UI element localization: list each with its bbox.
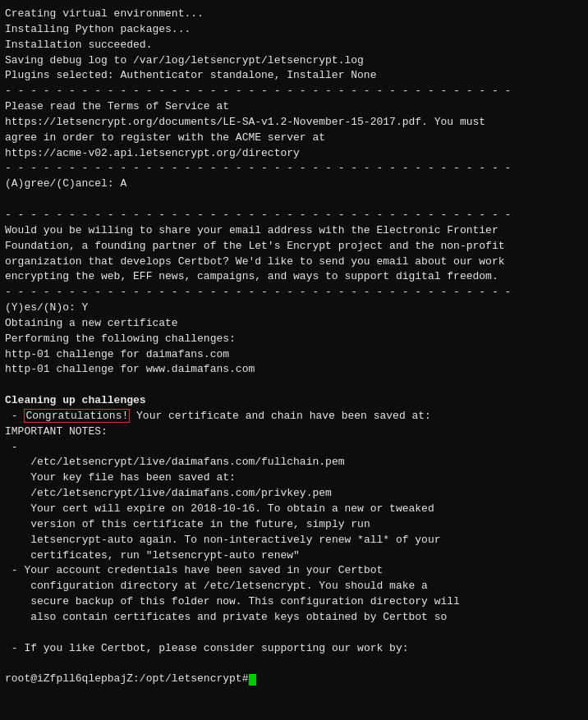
output-line-18: http-01 challenge for daimafans.com xyxy=(5,347,583,363)
prompt-text: root@iZfpll6qlepbajZ:/opt/letsencrypt# xyxy=(5,672,248,687)
output-line-16: Obtaining a new certificate xyxy=(5,316,583,332)
output-line-17: Performing the following challenges: xyxy=(5,332,583,347)
separator-1: - - - - - - - - - - - - - - - - - - - - … xyxy=(5,84,583,99)
output-line-13: organization that develops Certbot? We'd… xyxy=(5,255,583,270)
output-line-secure-backup: - Your account credentials have been sav… xyxy=(5,563,583,579)
output-line-keyfile-label: - xyxy=(5,440,583,456)
output-line-10: (A)gree/(C)ancel: A xyxy=(5,177,583,192)
output-line-version: /etc/letsencrypt/live/daimafans.com/priv… xyxy=(5,486,583,502)
prompt-line[interactable]: root@iZfpll6qlepbajZ:/opt/letsencrypt# xyxy=(5,672,583,687)
output-line-also-contain: configuration directory at /etc/letsencr… xyxy=(5,579,583,594)
output-line-19: http-01 challenge for www.daimafans.com xyxy=(5,362,583,378)
output-line-isrg: - If you like Certbot, please consider s… xyxy=(5,641,583,657)
output-line-renew: version of this certificate in the futur… xyxy=(5,517,583,533)
output-line-regular-backups: secure backup of this folder now. This c… xyxy=(5,594,583,610)
output-line-support: also contain certificates and private ke… xyxy=(5,610,583,626)
output-line-2: Installing Python packages... xyxy=(5,22,583,38)
output-line-privkey: /etc/letsencrypt/live/daimafans.com/full… xyxy=(5,455,583,470)
output-line-1: Creating virtual environment... xyxy=(5,7,583,22)
terminal[interactable]: Creating virtual environment... Installi… xyxy=(0,0,588,720)
output-line-5: Plugins selected: Authenticator standalo… xyxy=(5,68,583,84)
output-line-9: https://acme-v02.api.letsencrypt.org/dir… xyxy=(5,146,583,162)
output-line-14: encrypting the web, EFF news, campaigns,… xyxy=(5,269,583,285)
separator-4: - - - - - - - - - - - - - - - - - - - - … xyxy=(5,285,583,300)
congratulations-text: Congratulations! xyxy=(24,409,130,423)
output-line-11: Would you be willing to share your email… xyxy=(5,223,583,239)
output-line-noninteractive: Your cert will expire on 2018-10-16. To … xyxy=(5,502,583,517)
output-line-7: https://letsencrypt.org/documents/LE-SA-… xyxy=(5,115,583,131)
cursor xyxy=(249,674,256,686)
output-line-12: Foundation, a founding partner of the Le… xyxy=(5,239,583,255)
output-line-6: Please read the Terms of Service at xyxy=(5,99,583,115)
separator-3: - - - - - - - - - - - - - - - - - - - - … xyxy=(5,208,583,223)
output-line-config-dir: certificates, run "letsencrypt-auto rene… xyxy=(5,548,583,564)
output-line-3: Installation succeeded. xyxy=(5,38,583,53)
output-line-15: (Y)es/(N)o: Y xyxy=(5,300,583,316)
output-line-8: agree in order to register with the ACME… xyxy=(5,131,583,146)
blank-1 xyxy=(5,192,583,208)
output-line-expire: Your key file has been saved at: xyxy=(5,470,583,486)
blank-4 xyxy=(5,656,583,672)
output-line-4: Saving debug log to /var/log/letsencrypt… xyxy=(5,53,583,69)
congratulations-line: - Congratulations! Your certificate and … xyxy=(5,409,583,424)
blank-3 xyxy=(5,626,583,641)
important-notes-label: Cleaning up challenges xyxy=(5,393,583,409)
output-line-credentials: letsencrypt-auto again. To non-interacti… xyxy=(5,533,583,548)
output-line-fullchain: IMPORTANT NOTES: xyxy=(5,424,583,440)
separator-2: - - - - - - - - - - - - - - - - - - - - … xyxy=(5,161,583,177)
blank-2 xyxy=(5,378,583,393)
